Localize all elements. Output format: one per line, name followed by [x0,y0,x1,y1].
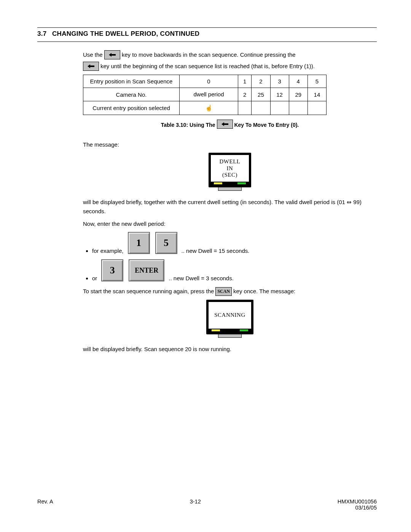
table-cell: 1 [238,75,252,88]
table-cell: 4 [289,75,307,88]
table-cell: 0 [180,75,238,88]
table-cell: 5 [307,75,326,88]
table-row-label: Entry position in Scan Sequence [83,75,180,88]
table-cell: 3 [270,75,289,88]
footer-doc-id: HMXMU001056 [338,498,377,505]
table-row-label: Current entry position selected [83,101,180,115]
paragraph-1b: key until the beginning of the scan sequ… [83,62,377,71]
back-arrow-key-icon [104,50,120,59]
example-item-1: for example, 1 5 .. new Dwell = 15 secon… [92,232,377,254]
paragraph-start-scan: To start the scan sequence running again… [83,287,377,296]
table-row-label: Camera No. [83,88,180,101]
table-cell: 2 [252,75,270,88]
footer-date: 03/16/05 [338,505,377,511]
monitor-scanning-icon: SCANNING [206,300,253,338]
keycap-enter-icon: ENTER [129,259,164,281]
paragraph-message-intro: The message: [83,140,377,149]
section-heading: 3.7 CHANGING THE DWELL PERIOD, CONTINUED [37,30,377,38]
monitor-dwell-icon: DWELL IN (SEC) [209,153,251,191]
paragraph-final: will be displayed briefly. Scan sequence… [83,345,377,353]
table-cell: 12 [270,88,289,101]
footer-rev: Rev. A [37,498,53,511]
back-arrow-key-icon [83,62,99,71]
table-cell: 2 [238,88,252,101]
keycap-3-icon: 3 [101,259,123,281]
table-caption: Table 3.10: Using The Key To Move To Ent… [83,120,377,129]
table-cell: 29 [289,88,307,101]
back-arrow-key-icon [217,120,233,129]
table-cell: 14 [307,88,326,101]
scan-sequence-table: Entry position in Scan Sequence 0 1 2 3 … [83,75,327,115]
paragraph-dwell-range: will be displayed briefly, together with… [83,198,377,216]
section-number: 3.7 [37,30,50,38]
keycap-5-icon: 5 [155,232,177,254]
page-footer: Rev. A 3-12 HMXMU001056 03/16/05 [37,498,377,511]
footer-page: 3-12 [190,498,201,511]
keycap-1-icon: 1 [128,232,150,254]
table-cell: dwell period [180,88,238,101]
scan-key-icon: SCAN [215,287,232,296]
section-title: CHANGING THE DWELL PERIOD, CONTINUED [52,30,199,37]
paragraph-1: Use the key to move backwards in the sca… [83,50,377,59]
paragraph-enter-dwell: Now, enter the new dwell period: [83,219,377,228]
pointing-hand-icon: ☝ [180,101,238,115]
example-item-2: or 3 ENTER .. new Dwell = 3 seconds. [92,259,377,281]
table-cell: 25 [252,88,270,101]
